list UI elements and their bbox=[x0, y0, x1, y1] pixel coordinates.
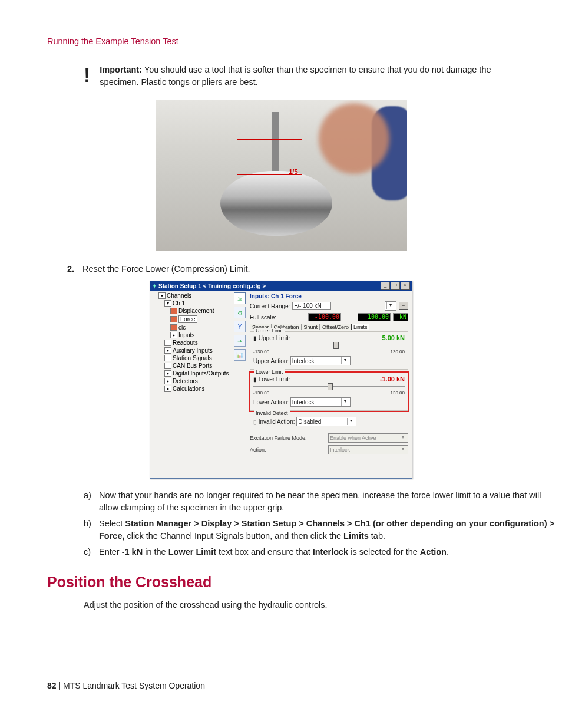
tab-shunt[interactable]: Shunt bbox=[302, 324, 320, 330]
range-dropdown-icon[interactable]: ▾ bbox=[385, 301, 396, 311]
tool-btn-4[interactable]: ⇥ bbox=[234, 335, 246, 347]
lower-limit-value[interactable]: -1.00 kN bbox=[380, 375, 405, 383]
important-text: Important: You should use a tool that is… bbox=[100, 64, 515, 88]
app-icon: ✦ bbox=[152, 283, 157, 289]
action-label: Action: bbox=[250, 447, 266, 453]
fullscale-label: Full scale: bbox=[250, 314, 276, 321]
tab-limits[interactable]: Limits bbox=[351, 324, 370, 330]
tool-btn-5[interactable]: 📊 bbox=[234, 349, 246, 361]
efm-label: Excitation Failure Mode: bbox=[250, 435, 307, 441]
current-range-value[interactable]: +/- 100 kN bbox=[292, 302, 331, 310]
important-label: Important: bbox=[100, 65, 142, 74]
fullscale-neg: -100.00 bbox=[308, 313, 341, 321]
footer-title: MTS Landmark Test System Operation bbox=[63, 681, 205, 690]
substep-a: Now that your hands are no longer requir… bbox=[99, 489, 561, 514]
toolbar-column: ⇲ ⚙ Y ⇥ 📊 bbox=[233, 291, 246, 478]
invalid-detect-group: Invalid Detect ▯ Invalid Action: Disable… bbox=[250, 414, 408, 430]
panel-title: Inputs: Ch 1 Force bbox=[250, 293, 408, 299]
crosshead-paragraph: Adjust the position of the crosshead usi… bbox=[84, 599, 515, 611]
page-footer: 82 | MTS Landmark Test System Operation bbox=[47, 681, 205, 690]
efm-select[interactable]: Enable when Active▾ bbox=[328, 433, 408, 443]
lower-limit-slider[interactable] bbox=[253, 384, 405, 390]
page-number: 82 bbox=[47, 681, 57, 690]
substeps: a) Now that your hands are no longer req… bbox=[84, 489, 561, 558]
substep-c: Enter -1 kN in the Lower Limit text box … bbox=[99, 546, 449, 558]
upper-action-select[interactable]: Interlock▾ bbox=[290, 356, 351, 365]
close-button[interactable]: × bbox=[401, 282, 410, 290]
important-icon: ! bbox=[84, 64, 90, 88]
titlebar: ✦ Station Setup 1 < Training config.cfg … bbox=[150, 281, 412, 291]
fullscale-unit: kN bbox=[393, 313, 408, 321]
important-note: ! Important: You should use a tool that … bbox=[84, 64, 515, 88]
upper-limit-slider[interactable] bbox=[253, 342, 405, 348]
step-text: Reset the Force Lower (Compression) Limi… bbox=[82, 264, 250, 274]
lower-action-select[interactable]: Interlock▾ bbox=[290, 397, 351, 407]
current-range-label: Current Range: bbox=[250, 303, 290, 309]
fullscale-pos: 100.00 bbox=[358, 313, 391, 321]
tool-btn-2[interactable]: ⚙ bbox=[234, 307, 246, 318]
station-setup-window: ✦ Station Setup 1 < Training config.cfg … bbox=[150, 281, 412, 479]
input-panel: Inputs: Ch 1 Force Current Range: +/- 10… bbox=[246, 291, 412, 478]
step-number: 2. bbox=[67, 264, 80, 274]
important-body: You should use a tool that is softer tha… bbox=[100, 65, 491, 87]
dimension-label: 1/5 bbox=[289, 168, 297, 175]
range-edit-button[interactable]: ≡ bbox=[399, 302, 408, 310]
heading-position-crosshead: Position the Crosshead bbox=[47, 574, 515, 591]
window-title: Station Setup 1 < Training config.cfg > bbox=[158, 283, 266, 289]
upper-limit-value[interactable]: 5.00 kN bbox=[382, 334, 405, 341]
nav-tree[interactable]: ▾Channels ▾Ch 1 Displacement Force clc ▸… bbox=[150, 291, 233, 478]
upper-limit-group: Upper Limit ▮ Upper Limit: 5.00 kN -130.… bbox=[250, 331, 408, 370]
action-select[interactable]: Interlock▾ bbox=[328, 445, 408, 454]
section-header: Running the Example Tension Test bbox=[47, 37, 515, 46]
tool-btn-3[interactable]: Y bbox=[234, 321, 246, 332]
tab-offsetzero[interactable]: Offset/Zero bbox=[320, 324, 351, 330]
lower-limit-group: Lower Limit ▮ Lower Limit: -1.00 kN -130… bbox=[250, 373, 408, 411]
maximize-button[interactable]: □ bbox=[391, 282, 400, 290]
step-2: 2. Reset the Force Lower (Compression) L… bbox=[67, 264, 515, 274]
tree-item-force[interactable]: Force bbox=[178, 315, 197, 323]
minimize-button[interactable]: _ bbox=[381, 282, 390, 290]
substep-b: Select Station Manager > Display > Stati… bbox=[99, 518, 561, 542]
instruction-photo: 1/5 bbox=[156, 100, 407, 251]
tool-signals[interactable]: ⇲ bbox=[234, 292, 246, 304]
invalid-action-select[interactable]: Disabled▾ bbox=[296, 417, 356, 426]
